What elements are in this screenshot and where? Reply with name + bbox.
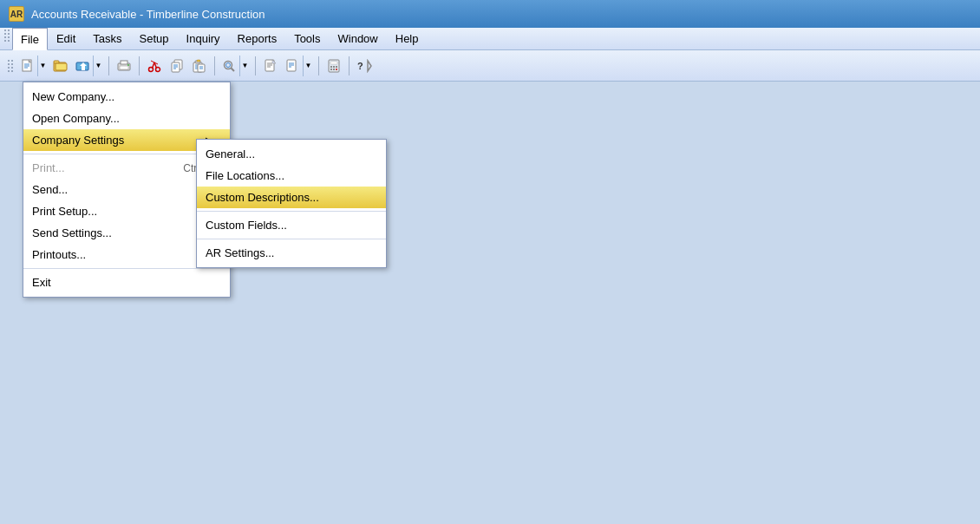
menu-tools[interactable]: Tools (285, 28, 329, 49)
svg-rect-9 (82, 66, 85, 70)
svg-rect-52 (336, 69, 337, 70)
toolbar-sep-1 (108, 56, 109, 75)
menu-edit[interactable]: Edit (48, 28, 84, 49)
new-btn-arrow[interactable]: ▼ (37, 56, 48, 76)
svg-rect-51 (333, 69, 335, 70)
menu-inquiry[interactable]: Inquiry (178, 28, 229, 49)
menu-bar-grip (2, 28, 12, 49)
menu-file[interactable]: File (12, 28, 48, 50)
toolbar-sep-4 (255, 56, 256, 75)
svg-rect-48 (333, 66, 335, 68)
company-settings-label: Company Settings (32, 134, 124, 147)
toolbar-grip (5, 58, 16, 74)
toolbar-sep-6 (349, 56, 350, 75)
print-label: Print... (32, 161, 65, 174)
general-label: General... (206, 147, 255, 160)
send-settings-label: Send Settings... (32, 226, 112, 239)
menu-tasks[interactable]: Tasks (84, 28, 130, 49)
menu-help[interactable]: Help (387, 28, 428, 49)
menu-item-ar-settings[interactable]: AR Settings... (197, 242, 386, 264)
svg-rect-26 (197, 60, 200, 62)
title-bar: AR Accounts Receivable - Timberline Cons… (0, 0, 980, 28)
svg-point-35 (226, 62, 231, 67)
file-locations-label: File Locations... (206, 169, 284, 182)
svg-rect-7 (56, 63, 67, 70)
doc-arrow-icon (284, 56, 303, 76)
svg-rect-49 (336, 66, 337, 68)
toolbar-help-button[interactable]: ? (354, 56, 375, 76)
toolbar-copy-button[interactable] (167, 56, 187, 76)
open-arrow-icon (74, 56, 93, 76)
menu-item-custom-fields[interactable]: Custom Fields... (197, 214, 386, 236)
svg-point-33 (225, 61, 232, 69)
new-company-label: New Company... (32, 90, 114, 103)
menu-reports[interactable]: Reports (229, 28, 286, 49)
svg-rect-47 (330, 66, 332, 68)
menu-bar: File Edit Tasks Setup Inquiry Reports To… (0, 28, 980, 50)
svg-rect-12 (121, 61, 127, 64)
toolbar-paste-button[interactable] (189, 56, 210, 76)
svg-text:?: ? (357, 61, 363, 71)
menu-item-open-company[interactable]: Open Company... (23, 108, 230, 129)
toolbar: ▼ ▼ (0, 50, 980, 82)
svg-rect-50 (330, 69, 332, 70)
toolbar-calculator-button[interactable] (323, 56, 344, 76)
svg-marker-53 (368, 61, 371, 71)
custom-fields-label: Custom Fields... (206, 219, 287, 232)
svg-line-34 (232, 68, 235, 71)
toolbar-print-button[interactable] (114, 56, 134, 76)
menu-item-custom-descriptions[interactable]: Custom Descriptions... (197, 187, 386, 208)
find-btn-icon (220, 56, 239, 76)
content-area: New Company... Open Company... Company S… (0, 82, 980, 524)
cs-submenu-sep-2 (197, 239, 386, 239)
app-icon: AR (9, 6, 24, 22)
menu-item-exit[interactable]: Exit (23, 272, 230, 293)
print-setup-label: Print Setup... (32, 205, 97, 218)
toolbar-sep-3 (214, 56, 215, 75)
toolbar-cut-button[interactable] (144, 56, 165, 76)
exit-label: Exit (32, 276, 51, 289)
file-menu-sep-2 (23, 268, 230, 269)
menu-item-file-locations[interactable]: File Locations... (197, 165, 386, 187)
menu-setup[interactable]: Setup (131, 28, 178, 49)
find-btn-arrow[interactable]: ▼ (239, 56, 250, 76)
printouts-label: Printouts... (32, 248, 86, 261)
toolbar-doc-arrow-button[interactable]: ▼ (283, 55, 314, 77)
cs-submenu-sep-1 (197, 211, 386, 212)
toolbar-open-button[interactable] (50, 56, 71, 76)
app-window: AR Accounts Receivable - Timberline Cons… (0, 0, 980, 524)
doc-arrow-btn-arrow[interactable]: ▼ (303, 56, 313, 76)
ar-settings-label: AR Settings... (206, 246, 274, 259)
menu-window[interactable]: Window (330, 28, 387, 49)
menu-item-general[interactable]: General... (197, 143, 386, 165)
custom-descriptions-label: Custom Descriptions... (206, 191, 319, 204)
toolbar-find-button[interactable]: ▼ (219, 55, 251, 77)
toolbar-new-button[interactable]: ▼ (17, 55, 49, 77)
toolbar-sep-5 (318, 56, 319, 75)
svg-point-13 (127, 64, 129, 66)
svg-rect-11 (120, 66, 128, 69)
menu-item-new-company[interactable]: New Company... (23, 86, 230, 108)
app-title: Accounts Receivable - Timberline Constru… (31, 8, 265, 21)
toolbar-open-arrow-button[interactable]: ▼ (73, 55, 104, 77)
send-label: Send... (32, 183, 68, 196)
toolbar-doc-button[interactable] (260, 56, 281, 76)
toolbar-sep-2 (139, 56, 140, 75)
company-settings-submenu: General... File Locations... Custom Desc… (196, 139, 387, 268)
svg-rect-46 (330, 62, 337, 64)
new-btn-icon (18, 56, 37, 76)
open-company-label: Open Company... (32, 112, 120, 125)
open-arrow-btn-arrow[interactable]: ▼ (93, 56, 103, 76)
